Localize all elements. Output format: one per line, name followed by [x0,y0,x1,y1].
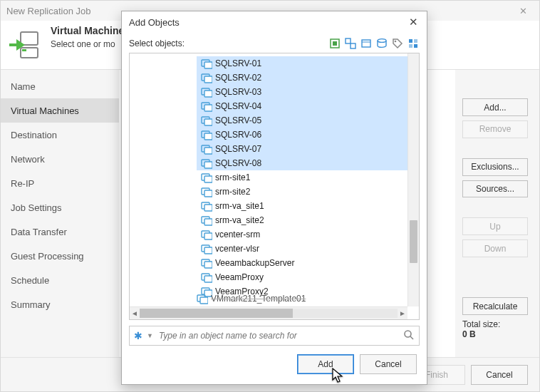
vm-icon [201,257,212,269]
vm-icon [201,172,212,183]
tree-item-label: VeeamProxy [215,272,264,282]
tree-item-label: vcenter-vlsr [215,244,259,254]
dialog-cancel-button[interactable]: Cancel [360,354,417,374]
total-size-value: 0 B [462,329,528,339]
svg-rect-14 [414,44,417,48]
nav-item-summary[interactable]: Summary [1,292,119,316]
svg-rect-16 [204,62,212,68]
tree-item-label: SQLSRV-07 [215,144,261,154]
apps-view-icon[interactable] [407,37,420,50]
close-icon[interactable]: ✕ [512,3,534,19]
datastores-view-icon[interactable] [375,37,388,50]
vm-icon [201,100,212,112]
magnifier-icon[interactable] [403,329,415,343]
svg-rect-38 [204,219,212,225]
object-tree-scroll[interactable]: SQLSRV-01SQLSRV-02SQLSRV-03SQLSRV-04SQLS… [130,53,407,319]
tree-item-label: srm-site1 [215,172,250,182]
horizontal-scrollbar[interactable]: ◄► [130,306,407,319]
dialog-title: Add Objects [129,17,180,28]
svg-rect-12 [414,39,417,43]
svg-rect-5 [346,38,351,43]
add-button[interactable]: Add... [462,98,528,116]
svg-rect-26 [204,133,212,140]
nav-item-destination[interactable]: Destination [1,123,119,147]
nav-item-network[interactable]: Network [1,147,119,171]
tree-item[interactable]: SQLSRV-06 [197,128,407,142]
tree-item[interactable]: vcenter-srm [197,227,407,242]
tree-item-label: VeeambackupServer [215,258,294,268]
add-objects-dialog: Add Objects ✕ Select objects: SQLSRV-01S… [121,11,427,385]
vms-templates-view-icon[interactable] [360,37,373,50]
svg-rect-46 [204,276,212,282]
search-input[interactable] [157,330,399,341]
nav-item-job-settings[interactable]: Job Settings [1,195,119,220]
hosts-clusters-view-icon[interactable] [344,37,357,50]
svg-rect-20 [204,91,212,97]
select-objects-label: Select objects: [129,38,185,48]
chevron-down-icon[interactable]: ▼ [147,332,153,339]
up-button: Up [462,217,528,235]
tree-item-label: SQLSRV-08 [215,158,261,168]
tree-item-label: SQLSRV-06 [215,130,261,140]
vm-icon [201,243,212,254]
svg-rect-4 [333,41,337,46]
nav-item-re-ip[interactable]: Re-IP [1,171,119,195]
svg-rect-50 [200,297,208,304]
recalculate-button[interactable]: Recalculate [462,297,528,315]
hosts-view-icon[interactable] [328,37,341,50]
nav-item-virtual-machines[interactable]: Virtual Machines [1,98,119,123]
down-button: Down [462,239,528,257]
tree-item[interactable]: vcenter-vlsr [197,242,407,256]
svg-rect-36 [204,205,212,211]
tree-item-label: SQLSRV-01 [215,58,261,68]
cancel-button[interactable]: Cancel [471,365,528,385]
dialog-toolbar: Select objects: [122,33,427,53]
nav-item-schedule[interactable]: Schedule [1,268,119,292]
tree-item[interactable]: srm-site2 [197,185,407,199]
vm-icon [201,272,212,283]
tree-item[interactable]: srm-site1 [197,170,407,185]
total-size-label: Total size: [462,319,528,329]
total-size: Total size: 0 B [462,319,528,361]
svg-rect-40 [204,233,212,239]
svg-rect-34 [204,190,212,197]
tree-item[interactable]: VeeambackupServer [197,256,407,270]
svg-rect-30 [204,162,212,168]
tree-item[interactable]: srm-va_site2 [197,213,407,227]
svg-rect-11 [409,39,412,43]
tree-item[interactable]: SQLSRV-07 [197,142,407,156]
tree-item[interactable]: SQLSRV-01 [197,56,407,71]
svg-rect-0 [21,32,38,45]
tree-item-label: SQLSRV-05 [215,115,261,125]
close-icon[interactable]: ✕ [404,14,422,30]
tree-item[interactable]: SQLSRV-04 [197,99,407,113]
vm-icon [201,72,212,83]
tree-item[interactable]: SQLSRV-03 [197,85,407,99]
nav-item-data-transfer[interactable]: Data Transfer [1,220,119,244]
nav-item-guest-processing[interactable]: Guest Processing [1,244,119,268]
vm-icon [201,115,212,126]
svg-rect-28 [204,148,212,154]
tree-item[interactable]: SQLSRV-08 [197,156,407,170]
sources-button[interactable]: Sources... [462,180,528,198]
dialog-add-button[interactable]: Add [297,354,354,374]
tree-item-label: srm-site2 [215,187,250,197]
tree-item[interactable]: SQLSRV-05 [197,113,407,128]
svg-rect-32 [204,176,212,182]
tree-item[interactable]: VeeamProxy [197,270,407,284]
vm-icon [201,143,212,155]
vertical-scrollbar[interactable] [407,53,419,306]
svg-rect-24 [204,119,212,125]
svg-rect-13 [409,44,412,48]
tree-item-label: SQLSRV-04 [215,101,261,111]
svg-rect-44 [204,262,212,268]
tree-item[interactable]: srm-va_site1 [197,199,407,213]
nav-item-name[interactable]: Name [1,74,119,98]
search-icon: ✱ [134,330,142,341]
tree-item[interactable]: SQLSRV-02 [197,71,407,85]
tags-view-icon[interactable] [391,37,404,50]
tree-item-cutoff: VMmark211_Template01 [197,292,306,305]
remove-button: Remove [462,120,528,138]
exclusions-button[interactable]: Exclusions... [462,158,528,176]
search-box[interactable]: ✱ ▼ [129,326,420,346]
